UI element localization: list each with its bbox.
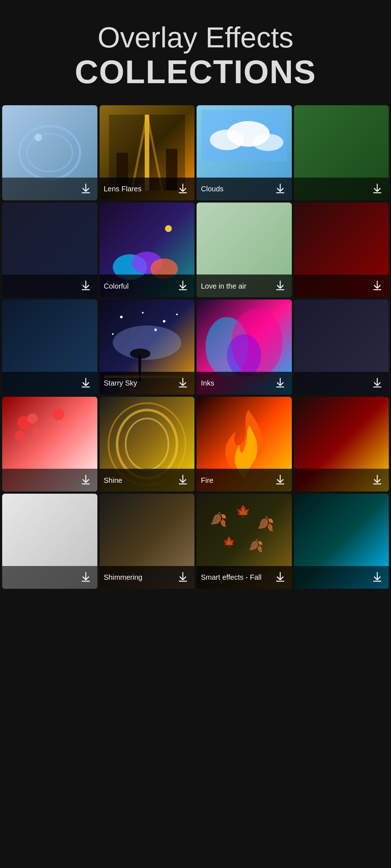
effect-card-15[interactable]: Fire (197, 397, 292, 492)
svg-point-62 (33, 427, 41, 436)
card-label-bar-15: Fire (197, 469, 292, 492)
effect-card-9[interactable] (2, 299, 97, 395)
card-label-bar-10: Starry Sky (100, 372, 195, 395)
svg-text:♡: ♡ (248, 218, 259, 231)
effect-card-17[interactable] (2, 494, 97, 589)
svg-text:🍁: 🍁 (223, 536, 236, 548)
page-header: Overlay Effects COLLECTIONS (0, 0, 391, 105)
download-button-8[interactable] (370, 278, 384, 294)
effect-card-12[interactable] (294, 299, 389, 395)
svg-point-44 (112, 333, 114, 335)
effect-card-2[interactable]: Lens Flares (100, 105, 195, 200)
card-dl-bar-12 (294, 372, 389, 395)
svg-point-54 (227, 334, 261, 377)
card-label-bar-19: Smart effects - Fall (197, 566, 292, 589)
card-label-bar-11: Inks (197, 372, 292, 395)
effect-card-14[interactable]: Shine (100, 397, 195, 492)
svg-point-2 (34, 134, 42, 141)
card-dl-bar-9 (2, 372, 97, 395)
card-label-11: Inks (201, 379, 214, 387)
svg-text:🍁: 🍁 (236, 504, 251, 519)
card-label-18: Shimmering (104, 573, 143, 582)
card-dl-bar-1 (2, 178, 97, 200)
svg-point-40 (120, 316, 122, 318)
effect-card-13[interactable] (2, 397, 97, 492)
card-label-bar-14: Shine (100, 469, 195, 492)
download-button-7[interactable] (273, 278, 287, 294)
svg-text:♡: ♡ (261, 242, 274, 257)
download-button-15[interactable] (273, 472, 287, 488)
effect-card-5[interactable] (2, 203, 97, 298)
download-button-9[interactable] (79, 375, 93, 391)
download-button-3[interactable] (273, 181, 287, 197)
download-button-10[interactable] (176, 375, 190, 391)
effect-card-1[interactable] (2, 105, 97, 200)
download-button-1[interactable] (79, 181, 93, 197)
svg-text:♡: ♡ (223, 253, 232, 265)
svg-point-42 (163, 320, 165, 323)
svg-text:🍂: 🍂 (257, 515, 274, 532)
card-dl-bar-16 (294, 469, 389, 492)
card-label-14: Shine (104, 476, 122, 485)
download-button-6[interactable] (176, 278, 190, 294)
download-button-13[interactable] (79, 472, 93, 488)
page-title-line1: Overlay Effects (14, 22, 377, 54)
svg-point-43 (176, 314, 178, 315)
effect-card-8[interactable] (294, 203, 389, 298)
svg-text:♡: ♡ (214, 223, 228, 240)
download-button-14[interactable] (176, 472, 190, 488)
effect-card-18[interactable]: Shimmering (100, 494, 195, 589)
card-label-19: Smart effects - Fall (201, 573, 261, 582)
card-label-2: Lens Flares (104, 184, 142, 193)
svg-point-67 (126, 418, 168, 470)
svg-point-26 (165, 225, 172, 232)
effect-card-20[interactable] (294, 494, 389, 589)
svg-point-61 (14, 430, 25, 441)
card-label-bar-7: Love in the air (197, 275, 292, 297)
effect-card-4[interactable] (294, 105, 389, 200)
effect-card-3[interactable]: Clouds (197, 105, 292, 200)
card-dl-bar-8 (294, 275, 389, 297)
download-button-11[interactable] (273, 375, 287, 391)
card-dl-bar-20 (294, 566, 389, 589)
card-label-bar-18: Shimmering (100, 566, 195, 589)
card-label-10: Starry Sky (104, 379, 137, 387)
svg-point-48 (130, 349, 151, 359)
download-button-5[interactable] (79, 278, 93, 294)
effect-card-7[interactable]: ♡ ♡ ♡ ♡ ♡ Love in the air (197, 203, 292, 298)
download-button-12[interactable] (370, 375, 384, 391)
effect-card-10[interactable]: Starry Sky (100, 299, 195, 395)
download-button-18[interactable] (176, 570, 190, 585)
effect-card-6[interactable]: Colorful (100, 203, 195, 298)
page-title-line2: COLLECTIONS (14, 54, 377, 91)
card-dl-bar-5 (2, 275, 97, 297)
download-button-4[interactable] (370, 181, 384, 197)
effects-grid: Lens Flares Clouds Colorful ♡ ♡ ♡ ♡ ♡ Lo… (0, 105, 391, 589)
download-button-2[interactable] (176, 181, 190, 197)
card-label-15: Fire (201, 476, 213, 485)
svg-text:♡: ♡ (240, 256, 255, 275)
effect-card-19[interactable]: 🍂 🍁 🍂 🍁 🍂 Smart effects - Fall (197, 494, 292, 589)
card-label-bar-3: Clouds (197, 178, 292, 200)
svg-text:🍂: 🍂 (248, 539, 264, 553)
svg-point-41 (142, 312, 144, 314)
svg-point-60 (28, 413, 38, 424)
card-label-bar-6: Colorful (100, 275, 195, 297)
card-dl-bar-17 (2, 566, 97, 589)
card-dl-bar-4 (294, 178, 389, 200)
card-label-7: Love in the air (201, 282, 247, 290)
card-label-3: Clouds (201, 184, 223, 193)
svg-point-1 (27, 134, 72, 172)
card-dl-bar-13 (2, 469, 97, 492)
svg-point-16 (253, 134, 283, 151)
effect-card-11[interactable]: Inks (197, 299, 292, 395)
card-label-6: Colorful (104, 282, 129, 290)
download-button-19[interactable] (273, 570, 287, 585)
download-button-20[interactable] (370, 570, 384, 585)
svg-point-63 (52, 408, 64, 420)
download-button-17[interactable] (79, 570, 93, 585)
svg-text:🍂: 🍂 (210, 511, 227, 528)
download-button-16[interactable] (370, 472, 384, 488)
effect-card-16[interactable] (294, 397, 389, 492)
card-label-bar-2: Lens Flares (100, 178, 195, 200)
